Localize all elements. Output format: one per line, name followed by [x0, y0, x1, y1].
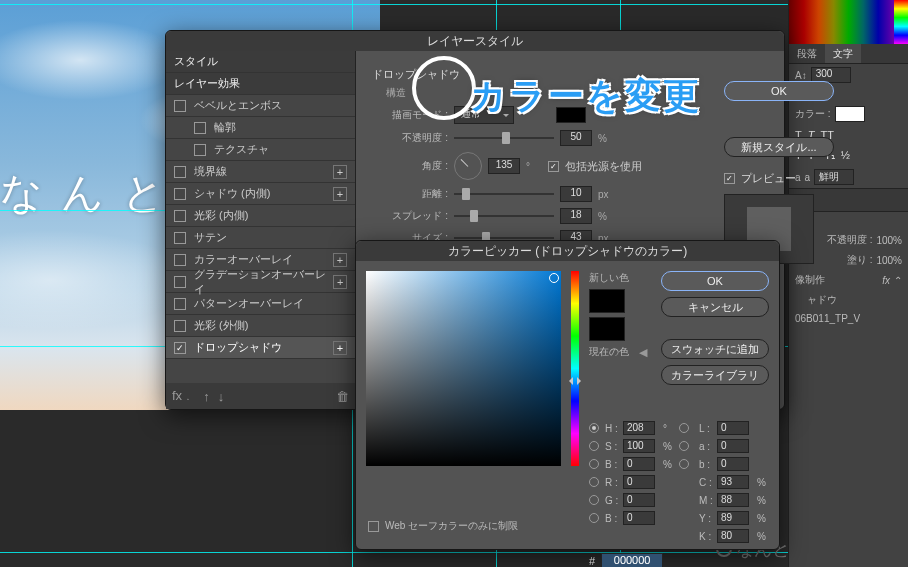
s-input[interactable]: 100 — [623, 439, 655, 453]
layer-row[interactable]: 像制作fx⌃ — [789, 270, 908, 290]
down-icon[interactable]: ↓ — [218, 389, 225, 404]
list-contour[interactable]: 輪郭 — [166, 117, 355, 139]
a-input[interactable]: 0 — [717, 439, 749, 453]
tab-paragraph[interactable]: 段落 — [789, 44, 825, 63]
m-input[interactable]: 88 — [717, 493, 749, 507]
spread-label: スプレッド : — [386, 209, 448, 223]
add-icon[interactable]: + — [333, 187, 347, 201]
preview-checkbox[interactable] — [724, 173, 735, 184]
annotation-circle — [412, 56, 476, 120]
global-light-label: 包括光源を使用 — [565, 159, 642, 174]
g-input[interactable]: 0 — [623, 493, 655, 507]
list-drop-shadow[interactable]: ドロップシャドウ+ — [166, 337, 355, 359]
add-icon[interactable]: + — [333, 275, 347, 289]
add-icon[interactable]: + — [333, 341, 347, 355]
dialog-title: レイヤースタイル — [166, 31, 784, 51]
l-input[interactable]: 0 — [717, 421, 749, 435]
l-radio[interactable] — [679, 423, 689, 433]
trash-icon[interactable]: 🗑 — [336, 389, 349, 404]
angle-input[interactable]: 135 — [488, 158, 520, 174]
spread-input[interactable]: 18 — [560, 208, 592, 224]
opacity-label: 不透明度 : — [386, 131, 448, 145]
ok-button[interactable]: OK — [724, 81, 834, 101]
list-inner-glow[interactable]: 光彩 (内側) — [166, 205, 355, 227]
r-radio[interactable] — [589, 477, 599, 487]
list-blending[interactable]: レイヤー効果 — [166, 73, 355, 95]
hex-input[interactable]: 000000 — [601, 553, 663, 567]
text-color-swatch[interactable] — [835, 106, 865, 122]
distance-input[interactable]: 10 — [560, 186, 592, 202]
color-field[interactable] — [366, 271, 561, 466]
new-color-swatch — [589, 289, 625, 313]
list-texture[interactable]: テクスチャ — [166, 139, 355, 161]
tab-character[interactable]: 文字 — [825, 44, 861, 63]
current-color-swatch[interactable] — [589, 317, 625, 341]
angle-label: 角度 : — [386, 159, 448, 173]
r-input[interactable]: 0 — [623, 475, 655, 489]
color-spectrum[interactable] — [789, 0, 908, 44]
k-input[interactable]: 80 — [717, 529, 749, 543]
b-radio[interactable] — [679, 459, 689, 469]
web-safe-checkbox[interactable] — [368, 521, 379, 532]
color-picker-dialog: カラーピッカー (ドロップシャドウのカラー) Web セーフカラーのみに制限 新… — [355, 240, 780, 550]
a-radio[interactable] — [679, 441, 689, 451]
c-input[interactable]: 93 — [717, 475, 749, 489]
picker-cancel-button[interactable]: キャンセル — [661, 297, 769, 317]
layer-row[interactable]: 06B011_TP_V — [789, 310, 908, 327]
new-style-button[interactable]: 新規スタイル... — [724, 137, 834, 157]
distance-slider[interactable] — [454, 186, 554, 202]
g-radio[interactable] — [589, 495, 599, 505]
up-icon[interactable]: ↑ — [203, 389, 210, 404]
effects-list: スタイル レイヤー効果 ベベルとエンボス 輪郭 テクスチャ 境界線+ シャドウ … — [166, 51, 356, 409]
opacity-input[interactable]: 50 — [560, 130, 592, 146]
list-satin[interactable]: サテン — [166, 227, 355, 249]
bv-input[interactable]: 0 — [623, 457, 655, 471]
opacity-slider[interactable] — [454, 130, 554, 146]
hue-slider[interactable] — [571, 271, 579, 466]
add-icon[interactable]: + — [333, 165, 347, 179]
list-outer-glow[interactable]: 光彩 (外側) — [166, 315, 355, 337]
layer-effect-row[interactable]: ャドウ — [789, 290, 908, 310]
h-input[interactable]: 208 — [623, 421, 655, 435]
angle-dial[interactable] — [454, 152, 482, 180]
picker-ok-button[interactable]: OK — [661, 271, 769, 291]
add-icon[interactable]: + — [333, 253, 347, 267]
picker-title: カラーピッカー (ドロップシャドウのカラー) — [356, 241, 779, 261]
global-light-checkbox[interactable] — [548, 161, 559, 172]
y-input[interactable]: 89 — [717, 511, 749, 525]
distance-label: 距離 : — [386, 187, 448, 201]
bch-input[interactable]: 0 — [623, 511, 655, 525]
list-stroke[interactable]: 境界線+ — [166, 161, 355, 183]
list-gradient-overlay[interactable]: グラデーションオーバーレイ+ — [166, 271, 355, 293]
annotation-text: カラーを変更 — [470, 72, 701, 121]
font-size-icon: A↕ — [795, 70, 807, 81]
spread-slider[interactable] — [454, 208, 554, 224]
list-bevel[interactable]: ベベルとエンボス — [166, 95, 355, 117]
list-styles[interactable]: スタイル — [166, 51, 355, 73]
bv-radio[interactable] — [589, 459, 599, 469]
s-radio[interactable] — [589, 441, 599, 451]
b-input[interactable]: 0 — [717, 457, 749, 471]
bch-radio[interactable] — [589, 513, 599, 523]
list-inner-shadow[interactable]: シャドウ (内側)+ — [166, 183, 355, 205]
h-radio[interactable] — [589, 423, 599, 433]
add-swatch-button[interactable]: スウォッチに追加 — [661, 339, 769, 359]
fx-icon[interactable]: fx﹒ — [172, 387, 195, 405]
color-library-button[interactable]: カラーライブラリ — [661, 365, 769, 385]
